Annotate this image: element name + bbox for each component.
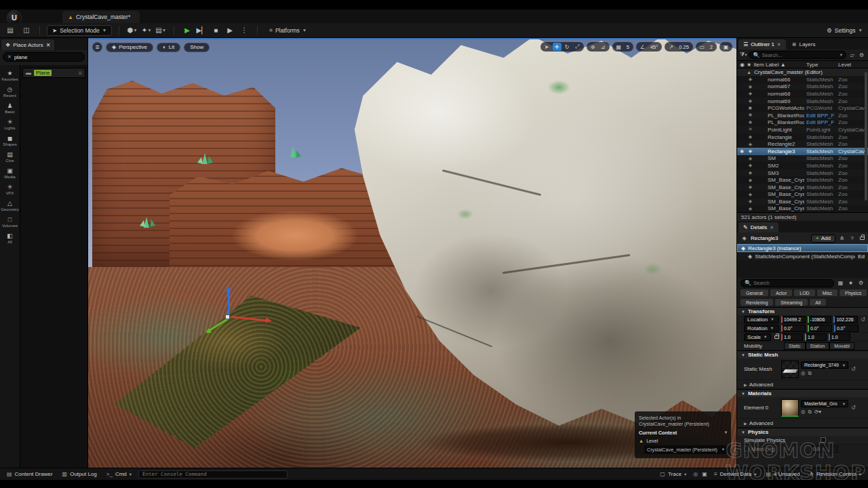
materials-section-header[interactable]: ▼ Materials	[737, 389, 868, 397]
outliner-row[interactable]: ◉ ◈ SM_Base_CrystalCh StaticMesh Zoo	[737, 184, 868, 191]
location-dropdown[interactable]: Location▾	[744, 316, 779, 323]
place-actors-search[interactable]: ✕	[3, 52, 85, 62]
outliner-row[interactable]: ◉ ◈ normal68 StaticMesh Zoo	[737, 90, 868, 98]
grid-view-icon[interactable]: ▦	[837, 280, 844, 286]
scale-x-field[interactable]: 1.0	[781, 333, 803, 341]
content-drawer-button[interactable]: ▤ Content Drawer	[4, 470, 56, 479]
frame-skip-button[interactable]: ▶▏	[195, 25, 208, 36]
outliner-row[interactable]: ◉ ◈ SM_Base_CrystalCh StaticMesh Zoo	[737, 198, 868, 205]
selection-mode-dropdown[interactable]: ➤ Selection Mode ▼	[47, 25, 112, 36]
trace-dropdown[interactable]: ▢ Trace ▾	[657, 470, 689, 479]
type-column[interactable]: Type	[806, 62, 836, 68]
launch-button[interactable]: ▶	[224, 25, 236, 36]
filter-chip[interactable]: LOD	[794, 289, 814, 296]
component-child-row[interactable]: ◈ StaticMeshComponent (StaticMeshCompone…	[737, 252, 868, 260]
category-item[interactable]: ★ Favorites	[1, 68, 20, 83]
add-component-button[interactable]: + Add	[811, 235, 835, 243]
filter-icon[interactable]: ⧩▾	[740, 52, 747, 58]
scale-z-field[interactable]: 1.0	[829, 333, 850, 341]
outliner-row[interactable]: ◉ ◈ normal69 StaticMesh Zoo	[737, 98, 868, 105]
show-flags-dropdown[interactable]: Show	[184, 43, 210, 52]
mobility-button[interactable]: Movabl	[829, 342, 854, 350]
camera-speed-value[interactable]: 2	[708, 44, 715, 50]
category-item[interactable]: ♟ Basic	[1, 100, 20, 116]
reset-icon[interactable]: ↺	[851, 405, 856, 411]
outliner-row[interactable]: ◉ ◈ SM3 StaticMesh Zoo	[737, 169, 868, 177]
close-icon[interactable]: ✕	[770, 225, 774, 230]
filter-chip[interactable]: Actor	[770, 289, 792, 296]
category-item[interactable]: ▣ Media	[1, 165, 20, 181]
rotation-snap-control[interactable]: ∠ 45°	[636, 42, 662, 52]
level-tab[interactable]: ▲ CrystalCave_master*	[62, 11, 140, 23]
screenshot-icon[interactable]: ▣	[702, 471, 707, 477]
console-command-field[interactable]	[138, 470, 288, 479]
eye-icon[interactable]: ◉	[740, 148, 745, 154]
outliner-column-header[interactable]: ◉ ★ Item Label ▲ Type Level	[737, 60, 868, 68]
edit-link[interactable]: Ed	[858, 253, 865, 260]
mobility-button[interactable]: Static	[784, 342, 806, 350]
outliner-row[interactable]: ◉ ◈ Rectangle3 StaticMesh CrystalCav	[737, 148, 868, 155]
help-icon[interactable]: ?	[848, 235, 856, 241]
material-asset-dropdown[interactable]: MasterMat_Gro▾	[801, 400, 848, 407]
outliner-row[interactable]: ◉ ◈ SM StaticMesh Zoo	[737, 155, 868, 163]
derived-data-dropdown[interactable]: ≡ Derived Data ▾	[711, 470, 760, 479]
outliner-row[interactable]: ◉ ◈ SM_Base_CrystalCh StaticMesh Zoo	[737, 191, 868, 199]
scale-lock-icon[interactable]	[774, 336, 779, 339]
item-label-column[interactable]: Item Label ▲	[753, 62, 804, 68]
category-item[interactable]: ▤ Cine	[1, 149, 20, 165]
surface-snap-button[interactable]: ⊿	[599, 43, 608, 51]
outliner-search-input[interactable]	[762, 52, 837, 58]
drag-handle-icon[interactable]: ≣	[78, 70, 82, 76]
console-command-input[interactable]	[142, 471, 283, 477]
category-item[interactable]: ✳ VFX	[1, 182, 20, 197]
scale-snap-value[interactable]: 0.25	[677, 44, 691, 50]
stop-button[interactable]: ■	[210, 25, 222, 36]
chevron-down-icon[interactable]: ▾	[840, 52, 842, 58]
outliner-row[interactable]: ◉ ◈ SM_Base_CrystalCh StaticMesh Zoo	[737, 176, 868, 184]
rotation-y-field[interactable]: 0.0°	[808, 325, 832, 332]
play-button[interactable]: ▶	[181, 25, 193, 36]
context-level-dropdown[interactable]: CrystalCave_master (Persistent) ▾	[644, 445, 727, 454]
category-item[interactable]: □ Volumes	[1, 214, 20, 230]
transform-section-header[interactable]: ▼ Transform	[737, 307, 868, 315]
place-actors-tab[interactable]: ❖ Place Actors ✕	[1, 39, 54, 50]
blueprints-button[interactable]: ✦▼	[140, 25, 153, 36]
filter-chip[interactable]: Streaming	[775, 299, 808, 306]
play-options-kebab-icon[interactable]: ⋮	[238, 25, 250, 36]
outliner-world-row[interactable]: ▲ CrystalCave_master (Editor)	[737, 68, 868, 76]
gear-icon[interactable]: ⚙	[857, 280, 865, 286]
level-viewport[interactable]: ☰ ◈ Perspective ◐ Lit Show ➤ ✛ ↻ ⤢ ⊕ ⊿	[88, 38, 736, 468]
gizmo-z-axis-handle[interactable]	[228, 289, 230, 316]
platforms-dropdown[interactable]: ⌗ Platforms ▼	[264, 25, 311, 36]
filter-chip[interactable]: Misc	[817, 289, 837, 296]
category-item[interactable]: △ Geometry	[1, 198, 20, 214]
blueprint-hierarchy-icon[interactable]: ⋔	[838, 235, 846, 241]
chevron-down-icon[interactable]: ▾	[725, 430, 727, 436]
angle-snap-value[interactable]: 45°	[648, 44, 660, 50]
browse-to-asset-icon[interactable]: ◎	[801, 409, 806, 415]
close-icon[interactable]: ✕	[777, 42, 781, 47]
maximize-viewport-button[interactable]: ▣	[722, 43, 730, 51]
folder-icon[interactable]: ▱	[848, 52, 856, 58]
unsaved-button[interactable]: ▤ 4 Unsaved	[764, 470, 803, 479]
cinematics-button[interactable]: ▤▼	[155, 25, 167, 36]
scale-tool-button[interactable]: ⤢	[573, 43, 582, 51]
materials-advanced-row[interactable]: ▶ Advanced	[737, 419, 868, 428]
filter-chip[interactable]: Rendering	[741, 299, 773, 306]
location-y-field[interactable]: -10806	[808, 316, 832, 323]
location-z-field[interactable]: 102.226	[833, 316, 858, 323]
outliner-row[interactable]: ◉ ◈ SM_Base_CrystalCh StaticMesh Zoo	[737, 205, 868, 213]
details-search-input[interactable]	[753, 280, 830, 286]
details-search[interactable]: 🔍	[741, 279, 834, 287]
copy-icon[interactable]: ⧉	[808, 409, 812, 415]
scale-dropdown[interactable]: Scale▾	[744, 333, 771, 341]
gizmo-origin-handle[interactable]	[225, 314, 230, 319]
physics-section-header[interactable]: ▼ Physics	[737, 428, 868, 436]
lit-mode-dropdown[interactable]: ◐ Lit	[157, 43, 180, 52]
filter-chip[interactable]: All	[810, 299, 826, 306]
tab-outliner[interactable]: ☰ Outliner 1 ✕	[738, 39, 786, 49]
static-mesh-advanced-row[interactable]: ▶ Advanced	[737, 380, 868, 389]
star-icon[interactable]: ★	[847, 280, 854, 286]
reset-icon[interactable]: ↺	[861, 317, 865, 323]
category-item[interactable]: ☀ Lights	[1, 117, 20, 132]
